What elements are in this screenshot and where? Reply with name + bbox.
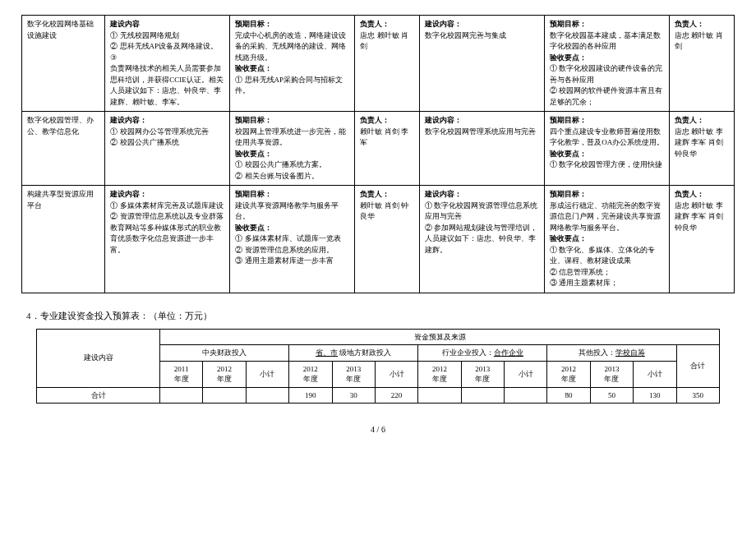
table-cell: 预期目标：建设共享资源网络教学与服务平台。验收要点：① 多媒体素材库、试题库一览… [230, 186, 355, 293]
table-cell: 预期目标：数字化校园基本建成，基本满足数字化校园的各种应用验收要点：① 数字化校… [545, 16, 670, 112]
budget-value-cell: 30 [332, 387, 375, 404]
budget-year-header: 2013年度 [590, 361, 633, 387]
budget-value-cell: 80 [547, 387, 590, 404]
table-cell: 数字化校园管理、办公、教学信息化 [22, 112, 105, 186]
budget-year-header: 2012年度 [547, 361, 590, 387]
table-cell: 构建共享型资源应用平台 [22, 186, 105, 293]
table-cell: 负责人：赖叶敏 肖剑 钟良华 [355, 186, 420, 293]
budget-year-header: 2012年度 [289, 361, 332, 387]
budget-value-cell: 190 [289, 387, 332, 404]
budget-year-header: 2013年度 [332, 361, 375, 387]
table-cell: 负责人：唐忠 赖叶敏 李建辉 李军 肖剑 钟良华 [670, 186, 735, 293]
budget-row-label: 合计 [37, 387, 160, 404]
budget-value-cell [461, 387, 504, 404]
table-cell: 数字化校园网络基础设施建设 [22, 16, 105, 112]
table-cell: 建设内容：数字化校园网管理系统应用与完善 [420, 112, 545, 186]
table-cell: 预期目标：校园网上管理系统进一步完善，能使用共享资源。验收要点：① 校园公共广播… [230, 112, 355, 186]
budget-table: 建设内容 资金预算及来源 中央财政投入省、市 级地方财政投入行业企业投入：合作企… [36, 329, 720, 404]
budget-grand-total-header: 合计 [676, 345, 720, 388]
budget-group-header: 其他投入：学校自筹 [547, 345, 676, 362]
budget-value-cell [160, 387, 203, 404]
budget-year-header: 2013年度 [461, 361, 504, 387]
table-cell: 负责人：唐忠 赖叶敏 李建辉 李军 肖剑 钟良华 [670, 112, 735, 186]
budget-top-header: 资金预算及来源 [160, 329, 720, 345]
budget-group-header: 省、市 级地方财政投入 [289, 345, 418, 362]
budget-year-header: 2012年度 [203, 361, 246, 387]
budget-value-cell [418, 387, 461, 404]
budget-year-header: 小计 [634, 361, 676, 387]
budget-value-cell [203, 387, 246, 404]
budget-section-heading: 4．专业建设资金投入预算表：（单位：万元） [26, 310, 735, 322]
budget-value-cell: 50 [590, 387, 633, 404]
budget-year-header: 2011年度 [160, 361, 203, 387]
budget-value-cell: 130 [634, 387, 676, 404]
table-cell: 建设内容：① 数字化校园网资源管理信息系统应用与完善② 参加网站规划建设与管理培… [420, 186, 545, 293]
table-cell: 预期目标：四个重点建设专业教师普遍使用数字化教学，普及OA办公系统使用。验收要点… [545, 112, 670, 186]
budget-value-cell [246, 387, 288, 404]
page-footer: 4 / 6 [21, 425, 735, 434]
table-cell: 负责人：赖叶敏 肖剑 李军 [355, 112, 420, 186]
table-cell: 建设内容：数字化校园网完善与集成 [420, 16, 545, 112]
table-cell: 负责人：唐忠 赖叶敏 肖剑 [670, 16, 735, 112]
budget-group-header: 行业企业投入：合作企业 [418, 345, 547, 362]
table-cell: 负责人：唐忠 赖叶敏 肖剑 [355, 16, 420, 112]
main-project-table: 数字化校园网络基础设施建设建设内容① 无线校园网络规划② 思科无线AP设备及网络… [21, 15, 735, 293]
budget-year-header: 小计 [246, 361, 288, 387]
table-cell: 建设内容① 无线校园网络规划② 思科无线AP设备及网络建设。③负责网络技术的相关… [105, 16, 230, 112]
budget-year-header: 2012年度 [418, 361, 461, 387]
budget-group-header: 中央财政投入 [160, 345, 289, 362]
table-cell: 建设内容：① 多媒体素材库完善及试题库建设② 资源管理信息系统以及专业群落教育网… [105, 186, 230, 293]
budget-year-header: 小计 [375, 361, 417, 387]
budget-value-cell: 220 [375, 387, 417, 404]
budget-year-header: 小计 [505, 361, 547, 387]
table-cell: 预期目标：完成中心机房的改造，网络建设设备的采购、无线网络的建设、网络线路升级。… [230, 16, 355, 112]
budget-value-cell: 350 [676, 387, 720, 404]
budget-value-cell [505, 387, 547, 404]
table-cell: 建设内容：① 校园网办公等管理系统完善② 校园公共广播系统 [105, 112, 230, 186]
table-cell: 预期目标：形成运行稳定、功能完善的数字资源信息门户网，完善建设共享资源网络教学与… [545, 186, 670, 293]
budget-content-header: 建设内容 [37, 329, 160, 387]
